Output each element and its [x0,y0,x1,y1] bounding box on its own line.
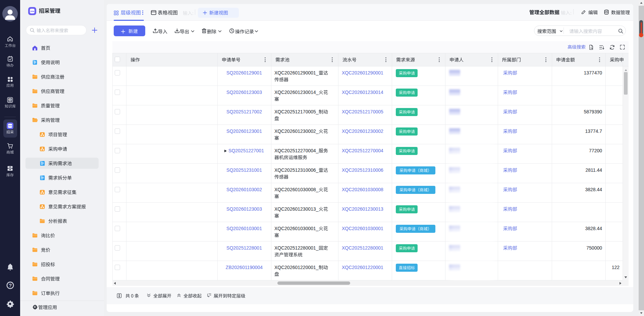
svg-text:?: ? [8,282,11,288]
svg-text:SRM: SRM [30,10,34,12]
svg-text:AI: AI [9,99,11,101]
svg-text:SRM: SRM [8,125,12,127]
